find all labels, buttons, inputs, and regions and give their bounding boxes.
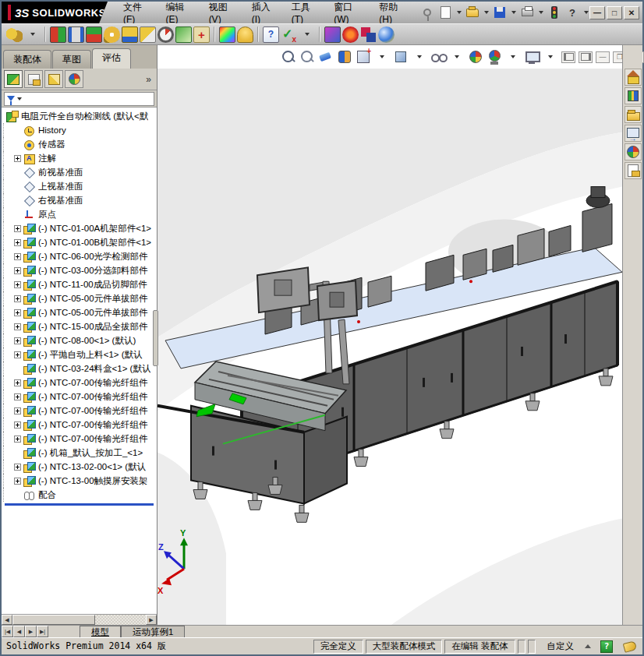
expand-plus-icon[interactable] bbox=[14, 309, 21, 316]
doc-minimize-button[interactable]: — bbox=[596, 51, 610, 63]
dropdown-arrow-icon[interactable] bbox=[537, 5, 544, 19]
dropdown-arrow-icon[interactable] bbox=[582, 5, 589, 19]
command-tab[interactable]: 装配体 bbox=[3, 50, 51, 69]
menu-item[interactable]: 视图(V) bbox=[201, 2, 244, 23]
compare-documents-icon[interactable] bbox=[263, 26, 279, 43]
help-icon[interactable]: ? bbox=[564, 5, 580, 20]
scrollbar-thumb[interactable] bbox=[12, 615, 95, 625]
tab-scroll-first-button[interactable]: |◀ bbox=[2, 626, 13, 637]
expand-plus-icon[interactable] bbox=[14, 155, 21, 162]
tree-item[interactable]: 前视基准面 bbox=[3, 165, 157, 179]
zoom-to-area-icon[interactable] bbox=[299, 49, 315, 65]
tree-item[interactable]: (-) NTC-07-00传输光纤组件 bbox=[3, 376, 157, 390]
expand-plus-icon[interactable] bbox=[14, 407, 21, 414]
tree-item[interactable]: (-) NTC-01-00A机架部件<1> bbox=[3, 221, 157, 235]
tree-item[interactable]: 传感器 bbox=[3, 137, 157, 151]
verification-check-icon[interactable] bbox=[281, 26, 297, 43]
expand-plus-icon[interactable] bbox=[14, 464, 21, 471]
tree-item[interactable]: 注解 bbox=[3, 151, 157, 165]
tree-item[interactable]: (-) 机箱_默认_按加工_<1> bbox=[3, 446, 157, 460]
tree-root[interactable]: 电阻元件全自动检测线 (默认<默 bbox=[3, 109, 157, 123]
expand-plus-icon[interactable] bbox=[14, 393, 21, 400]
expand-plus-icon[interactable] bbox=[14, 421, 21, 429]
compare-squares-icon[interactable] bbox=[360, 26, 377, 43]
dropdown-arrow-icon[interactable] bbox=[17, 97, 22, 101]
tree-item[interactable]: 右视基准面 bbox=[3, 193, 157, 207]
interference-detection-icon[interactable] bbox=[50, 26, 66, 43]
dropdown-arrow-icon[interactable] bbox=[455, 5, 462, 19]
custom-label[interactable]: 自定义 bbox=[547, 640, 575, 652]
open-icon[interactable] bbox=[465, 5, 480, 20]
configuration-manager-tab-icon[interactable] bbox=[44, 70, 63, 88]
dropdown-arrow-icon[interactable] bbox=[374, 49, 390, 65]
tree-item[interactable]: (-) NTC-13-00触摸屏安装架 bbox=[3, 474, 157, 488]
dropdown-arrow-icon[interactable] bbox=[543, 49, 558, 65]
hole-alignment-icon[interactable] bbox=[86, 26, 102, 43]
manager-overflow-chevron[interactable]: » bbox=[146, 74, 154, 85]
color-sphere-icon[interactable] bbox=[378, 26, 395, 43]
tree-item[interactable]: (-) NTC-07-00传输光纤组件 bbox=[3, 432, 157, 446]
model-tab[interactable]: 运动算例1 bbox=[121, 626, 185, 637]
expand-plus-icon[interactable] bbox=[14, 281, 21, 288]
display-manager-tab-icon[interactable] bbox=[65, 70, 83, 88]
apply-scene-icon[interactable] bbox=[487, 49, 502, 65]
command-tab[interactable]: 评估 bbox=[92, 48, 131, 69]
appearance-brush-icon[interactable] bbox=[324, 26, 341, 43]
view-orientation-icon[interactable] bbox=[356, 49, 371, 65]
expand-plus-icon[interactable] bbox=[14, 337, 21, 344]
rollback-bar[interactable] bbox=[5, 503, 154, 506]
tree-filter-input[interactable] bbox=[4, 92, 154, 106]
tree-item[interactable]: (-) NTC-08-00<1> (默认) bbox=[3, 333, 157, 347]
panel-splitter-handle[interactable] bbox=[153, 310, 158, 366]
dropdown-arrow-icon[interactable] bbox=[510, 5, 517, 19]
tab-scroll-next-button[interactable]: ▶ bbox=[25, 626, 37, 637]
split-pane-left-button[interactable] bbox=[561, 51, 575, 63]
tab-scroll-last-button[interactable]: ▶| bbox=[37, 626, 48, 637]
menu-item[interactable]: 编辑(E) bbox=[158, 2, 201, 23]
dropdown-arrow-icon[interactable] bbox=[412, 49, 427, 65]
tree-item[interactable]: (-) NTC-13-02-00<1> (默认 bbox=[3, 460, 157, 474]
section-properties-icon[interactable] bbox=[140, 26, 156, 43]
tree-item[interactable]: (-) NTC-03-24料盒<1> (默认 bbox=[3, 362, 157, 376]
close-button[interactable]: ✕ bbox=[624, 6, 639, 19]
hide-show-items-icon[interactable] bbox=[430, 49, 446, 65]
traffic-light-icon[interactable] bbox=[547, 5, 562, 20]
menu-item[interactable]: 插入(I) bbox=[244, 2, 284, 23]
red-radial-icon[interactable] bbox=[342, 26, 359, 43]
expand-plus-icon[interactable] bbox=[14, 478, 21, 485]
smart-fasteners-icon[interactable] bbox=[6, 26, 23, 43]
minimize-button[interactable]: — bbox=[589, 6, 605, 19]
property-manager-tab-icon[interactable] bbox=[24, 70, 43, 88]
menu-item[interactable]: 帮助(H) bbox=[371, 2, 415, 23]
performance-evaluation-icon[interactable] bbox=[157, 26, 174, 43]
file-explorer-icon[interactable] bbox=[625, 106, 642, 123]
save-icon[interactable] bbox=[492, 5, 508, 20]
tree-item[interactable]: (-) NTC-07-00传输光纤组件 bbox=[3, 390, 157, 404]
curvature-icon[interactable] bbox=[219, 26, 235, 43]
menu-item[interactable]: 窗口(W) bbox=[326, 2, 371, 23]
expand-plus-icon[interactable] bbox=[14, 295, 21, 302]
tab-scroll-prev-button[interactable]: ◀ bbox=[13, 626, 25, 637]
menu-item[interactable]: 文件(F) bbox=[115, 2, 158, 23]
expand-plus-icon[interactable] bbox=[14, 225, 21, 232]
simulationxpress-icon[interactable] bbox=[193, 26, 210, 43]
scroll-left-arrow[interactable]: ◀ bbox=[2, 615, 12, 625]
previous-view-icon[interactable] bbox=[318, 49, 334, 65]
design-library-icon[interactable] bbox=[625, 87, 642, 104]
tree-item[interactable]: (-) NTC-11-00成品切脚部件 bbox=[3, 277, 157, 291]
tree-item[interactable]: (-) NTC-07-00传输光纤组件 bbox=[3, 404, 157, 418]
view-palette-icon[interactable] bbox=[625, 125, 642, 142]
zoom-to-fit-icon[interactable] bbox=[281, 49, 296, 65]
command-tab[interactable]: 草图 bbox=[52, 50, 91, 69]
tree-item[interactable]: (-) NTC-05-00元件单拔部件 bbox=[3, 291, 157, 305]
expand-plus-icon[interactable] bbox=[14, 351, 21, 358]
graphics-viewport[interactable]: Y Z X bbox=[157, 69, 622, 625]
solidworks-resources-icon[interactable] bbox=[625, 69, 642, 86]
tree-item[interactable]: (-) NTC-15-00成品全拔部件 bbox=[3, 319, 157, 333]
model-tab[interactable]: 模型 bbox=[80, 626, 121, 637]
tree-item[interactable]: 上视基准面 bbox=[3, 179, 157, 193]
dropdown-arrow-icon[interactable] bbox=[24, 26, 41, 43]
help-badge-icon[interactable]: ? bbox=[600, 640, 613, 653]
scroll-right-arrow[interactable]: ▶ bbox=[146, 615, 157, 625]
tree-item[interactable]: 原点 bbox=[3, 207, 157, 221]
